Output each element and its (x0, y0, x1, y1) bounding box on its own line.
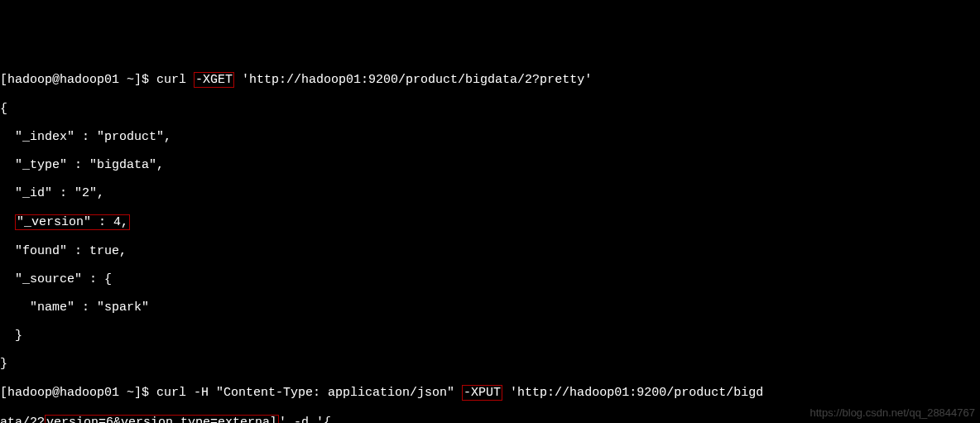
json-line: "_source" : { (0, 272, 980, 286)
cmd-line-2: [hadoop@hadoop01 ~]$ curl -H "Content-Ty… (0, 385, 980, 401)
flag-xput-box: -XPUT (462, 385, 502, 401)
json-line: { (0, 102, 980, 116)
json-line: } (0, 329, 980, 343)
watermark: https://blog.csdn.net/qq_28844767 (810, 406, 976, 420)
version-6-param-box: version=6&version_type=external (45, 415, 279, 423)
url-text: 'http://hadoop01:9200/product/bigdata/2?… (234, 73, 592, 87)
json-line: "_index" : "product", (0, 130, 980, 144)
url-frag: ata/2? (0, 416, 45, 423)
json-line: "_version" : 4, (0, 214, 980, 230)
indent (0, 215, 15, 229)
url-text: 'http://hadoop01:9200/product/bigd (502, 386, 763, 400)
prompt-text: [hadoop@hadoop01 ~]$ curl -H "Content-Ty… (0, 386, 462, 400)
json-line: "_type" : "bigdata", (0, 158, 980, 172)
flag-xget-box: -XGET (194, 72, 234, 88)
json-line: } (0, 357, 980, 371)
prompt-text: [hadoop@hadoop01 ~]$ curl (0, 73, 194, 87)
cmd-line-1: [hadoop@hadoop01 ~]$ curl -XGET 'http://… (0, 72, 980, 88)
version-4-box: "_version" : 4, (15, 214, 130, 230)
body-open: ' -d '{ (279, 416, 331, 423)
json-line: "_id" : "2", (0, 186, 980, 200)
terminal[interactable]: [hadoop@hadoop01 ~]$ curl -XGET 'http://… (0, 56, 980, 423)
json-line: "found" : true, (0, 244, 980, 258)
json-line: "name" : "spark" (0, 300, 980, 315)
